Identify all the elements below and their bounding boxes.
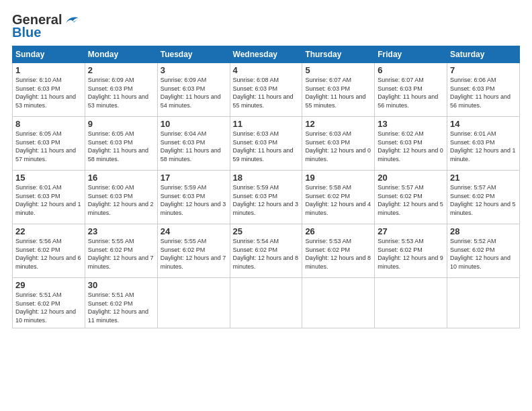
day-number: 1 — [15, 65, 82, 75]
calendar-day: 24 Sunrise: 5:55 AM Sunset: 6:02 PM Dayl… — [157, 224, 230, 278]
calendar-day: 6 Sunrise: 6:07 AM Sunset: 6:03 PM Dayli… — [375, 63, 447, 117]
day-number: 30 — [88, 280, 154, 290]
day-number: 17 — [161, 173, 227, 183]
day-number: 9 — [88, 119, 154, 129]
day-of-week-header: Friday — [375, 46, 447, 63]
day-number: 12 — [305, 119, 371, 129]
calendar-day: 13 Sunrise: 6:02 AM Sunset: 6:03 PM Dayl… — [375, 117, 447, 171]
day-number: 26 — [305, 226, 371, 236]
day-number: 15 — [15, 173, 82, 183]
day-info: Sunrise: 6:07 AM Sunset: 6:03 PM Dayligh… — [378, 76, 444, 109]
calendar-day: 23 Sunrise: 5:55 AM Sunset: 6:02 PM Dayl… — [85, 224, 157, 278]
day-number: 20 — [378, 173, 444, 183]
day-info: Sunrise: 6:09 AM Sunset: 6:03 PM Dayligh… — [88, 76, 154, 109]
calendar-day: 10 Sunrise: 6:04 AM Sunset: 6:03 PM Dayl… — [157, 117, 230, 171]
day-number: 13 — [378, 119, 444, 129]
calendar-day: 21 Sunrise: 5:57 AM Sunset: 6:02 PM Dayl… — [447, 171, 520, 224]
logo-blue-text: Blue — [12, 25, 41, 40]
day-info: Sunrise: 6:05 AM Sunset: 6:03 PM Dayligh… — [15, 130, 82, 163]
day-info: Sunrise: 5:53 AM Sunset: 6:02 PM Dayligh… — [378, 237, 444, 271]
calendar-day: 11 Sunrise: 6:03 AM Sunset: 6:03 PM Dayl… — [230, 117, 302, 171]
day-info: Sunrise: 5:52 AM Sunset: 6:02 PM Dayligh… — [450, 237, 517, 271]
day-info: Sunrise: 5:58 AM Sunset: 6:02 PM Dayligh… — [305, 183, 371, 217]
day-number: 14 — [450, 119, 517, 129]
day-of-week-header: Tuesday — [157, 46, 230, 63]
calendar-day: 19 Sunrise: 5:58 AM Sunset: 6:02 PM Dayl… — [302, 171, 375, 224]
day-of-week-header: Sunday — [13, 46, 85, 63]
day-number: 3 — [161, 65, 227, 75]
day-number: 27 — [378, 226, 444, 236]
day-info: Sunrise: 5:51 AM Sunset: 6:02 PM Dayligh… — [15, 291, 82, 324]
calendar-day: 17 Sunrise: 5:59 AM Sunset: 6:03 PM Dayl… — [157, 171, 230, 224]
calendar-day — [157, 278, 230, 328]
day-of-week-header: Thursday — [302, 46, 375, 63]
calendar-day: 29 Sunrise: 5:51 AM Sunset: 6:02 PM Dayl… — [13, 278, 85, 328]
day-number: 10 — [161, 119, 227, 129]
day-number: 8 — [15, 119, 82, 129]
day-info: Sunrise: 6:09 AM Sunset: 6:03 PM Dayligh… — [161, 76, 227, 109]
day-info: Sunrise: 5:59 AM Sunset: 6:03 PM Dayligh… — [233, 183, 300, 217]
day-info: Sunrise: 6:05 AM Sunset: 6:03 PM Dayligh… — [88, 130, 154, 163]
day-info: Sunrise: 5:57 AM Sunset: 6:02 PM Dayligh… — [450, 183, 517, 217]
day-info: Sunrise: 5:55 AM Sunset: 6:02 PM Dayligh… — [88, 237, 154, 271]
day-info: Sunrise: 6:01 AM Sunset: 6:03 PM Dayligh… — [450, 130, 517, 163]
day-info: Sunrise: 6:04 AM Sunset: 6:03 PM Dayligh… — [161, 130, 227, 163]
day-info: Sunrise: 5:59 AM Sunset: 6:03 PM Dayligh… — [161, 183, 227, 217]
day-info: Sunrise: 5:51 AM Sunset: 6:02 PM Dayligh… — [88, 291, 154, 324]
calendar-day: 26 Sunrise: 5:53 AM Sunset: 6:02 PM Dayl… — [302, 224, 375, 278]
day-info: Sunrise: 6:10 AM Sunset: 6:03 PM Dayligh… — [15, 76, 82, 109]
day-info: Sunrise: 6:06 AM Sunset: 6:03 PM Dayligh… — [450, 76, 517, 109]
day-number: 5 — [305, 65, 371, 75]
calendar-day: 8 Sunrise: 6:05 AM Sunset: 6:03 PM Dayli… — [13, 117, 85, 171]
day-number: 7 — [450, 65, 517, 75]
day-number: 29 — [15, 280, 82, 290]
day-info: Sunrise: 6:01 AM Sunset: 6:03 PM Dayligh… — [15, 183, 82, 217]
calendar-day: 20 Sunrise: 5:57 AM Sunset: 6:02 PM Dayl… — [375, 171, 447, 224]
day-number: 21 — [450, 173, 517, 183]
day-info: Sunrise: 6:08 AM Sunset: 6:03 PM Dayligh… — [233, 76, 300, 109]
day-info: Sunrise: 5:56 AM Sunset: 6:02 PM Dayligh… — [15, 237, 82, 271]
day-of-week-header: Saturday — [447, 46, 520, 63]
calendar-day: 9 Sunrise: 6:05 AM Sunset: 6:03 PM Dayli… — [85, 117, 157, 171]
day-info: Sunrise: 6:07 AM Sunset: 6:03 PM Dayligh… — [305, 76, 371, 109]
calendar-day — [230, 278, 302, 328]
logo: General Blue — [12, 12, 79, 40]
calendar-day: 4 Sunrise: 6:08 AM Sunset: 6:03 PM Dayli… — [230, 63, 302, 117]
calendar-day: 1 Sunrise: 6:10 AM Sunset: 6:03 PM Dayli… — [13, 63, 85, 117]
day-number: 6 — [378, 65, 444, 75]
day-number: 4 — [233, 65, 300, 75]
calendar-day: 30 Sunrise: 5:51 AM Sunset: 6:02 PM Dayl… — [85, 278, 157, 328]
calendar-day — [447, 278, 520, 328]
day-info: Sunrise: 5:53 AM Sunset: 6:02 PM Dayligh… — [305, 237, 371, 271]
day-number: 16 — [88, 173, 154, 183]
calendar-day: 18 Sunrise: 5:59 AM Sunset: 6:03 PM Dayl… — [230, 171, 302, 224]
day-of-week-header: Monday — [85, 46, 157, 63]
calendar-day: 25 Sunrise: 5:54 AM Sunset: 6:02 PM Dayl… — [230, 224, 302, 278]
calendar-day: 12 Sunrise: 6:03 AM Sunset: 6:03 PM Dayl… — [302, 117, 375, 171]
day-number: 19 — [305, 173, 371, 183]
day-of-week-header: Wednesday — [230, 46, 302, 63]
day-info: Sunrise: 6:02 AM Sunset: 6:03 PM Dayligh… — [378, 130, 444, 163]
day-info: Sunrise: 6:03 AM Sunset: 6:03 PM Dayligh… — [305, 130, 371, 163]
calendar-day — [302, 278, 375, 328]
day-number: 22 — [15, 226, 82, 236]
day-number: 25 — [233, 226, 300, 236]
calendar-day: 28 Sunrise: 5:52 AM Sunset: 6:02 PM Dayl… — [447, 224, 520, 278]
day-info: Sunrise: 6:03 AM Sunset: 6:03 PM Dayligh… — [233, 130, 300, 163]
day-number: 24 — [161, 226, 227, 236]
calendar-day: 5 Sunrise: 6:07 AM Sunset: 6:03 PM Dayli… — [302, 63, 375, 117]
calendar: SundayMondayTuesdayWednesdayThursdayFrid… — [12, 46, 520, 328]
calendar-day: 2 Sunrise: 6:09 AM Sunset: 6:03 PM Dayli… — [85, 63, 157, 117]
calendar-day: 3 Sunrise: 6:09 AM Sunset: 6:03 PM Dayli… — [157, 63, 230, 117]
calendar-day: 14 Sunrise: 6:01 AM Sunset: 6:03 PM Dayl… — [447, 117, 520, 171]
day-number: 23 — [88, 226, 154, 236]
day-info: Sunrise: 6:00 AM Sunset: 6:03 PM Dayligh… — [88, 183, 154, 217]
calendar-day: 22 Sunrise: 5:56 AM Sunset: 6:02 PM Dayl… — [13, 224, 85, 278]
logo-bird-icon — [63, 14, 79, 26]
day-number: 18 — [233, 173, 300, 183]
calendar-day — [375, 278, 447, 328]
day-number: 2 — [88, 65, 154, 75]
day-info: Sunrise: 5:55 AM Sunset: 6:02 PM Dayligh… — [161, 237, 227, 271]
day-info: Sunrise: 5:54 AM Sunset: 6:02 PM Dayligh… — [233, 237, 300, 271]
calendar-day: 16 Sunrise: 6:00 AM Sunset: 6:03 PM Dayl… — [85, 171, 157, 224]
